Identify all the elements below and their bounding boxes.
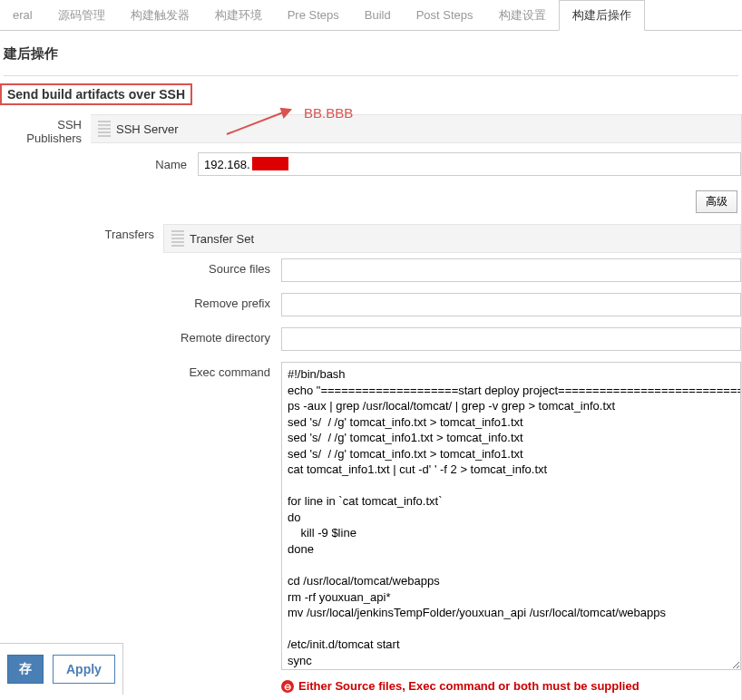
tab-settings[interactable]: 构建设置 bbox=[486, 1, 559, 30]
remove-prefix-label: Remove prefix bbox=[163, 293, 270, 310]
drag-handle-icon[interactable] bbox=[171, 230, 184, 247]
section-heading: 建后操作 bbox=[4, 31, 738, 76]
remote-dir-input[interactable] bbox=[281, 327, 741, 351]
help-text: All of the transfer fields (except for E… bbox=[281, 696, 741, 700]
error-icon: ⊖ bbox=[281, 680, 294, 693]
advanced-button-server[interactable]: 高级 bbox=[696, 190, 737, 213]
apply-button[interactable]: Apply bbox=[53, 655, 115, 684]
ssh-publishers-label: SSH Publishers bbox=[0, 114, 91, 700]
error-text: Either Source files, Exec command or bot… bbox=[298, 679, 639, 693]
exec-command-textarea[interactable] bbox=[281, 362, 741, 670]
tab-build[interactable]: Build bbox=[352, 2, 404, 28]
ssh-server-header: SSH Server bbox=[91, 114, 741, 143]
save-button[interactable]: 存 bbox=[7, 655, 44, 684]
transfers-label: Transfers bbox=[91, 224, 163, 700]
tab-triggers[interactable]: 构建触发器 bbox=[118, 1, 202, 30]
redacted-block bbox=[252, 157, 288, 170]
drag-handle-icon[interactable] bbox=[98, 121, 111, 137]
tab-general[interactable]: eral bbox=[0, 2, 45, 28]
tab-env[interactable]: 构建环境 bbox=[202, 1, 275, 30]
remote-dir-label: Remote directory bbox=[163, 327, 270, 345]
tab-poststeps[interactable]: Post Steps bbox=[404, 2, 486, 28]
footer-buttons: 存 Apply bbox=[0, 643, 123, 695]
ssh-publisher-title: Send build artifacts over SSH bbox=[0, 83, 192, 105]
source-files-label: Source files bbox=[163, 258, 270, 276]
transfer-set-label: Transfer Set bbox=[190, 232, 254, 246]
name-label: Name bbox=[107, 158, 187, 171]
tab-postbuild[interactable]: 构建后操作 bbox=[559, 0, 645, 31]
tab-scm[interactable]: 源码管理 bbox=[45, 1, 118, 30]
transfer-set-header: Transfer Set bbox=[163, 224, 741, 253]
source-files-input[interactable] bbox=[281, 258, 741, 282]
config-tabs: eral 源码管理 构建触发器 构建环境 Pre Steps Build Pos… bbox=[0, 0, 742, 31]
validation-error: ⊖ Either Source files, Exec command or b… bbox=[281, 676, 741, 696]
remove-prefix-input[interactable] bbox=[281, 293, 741, 316]
ssh-server-label: SSH Server bbox=[116, 122, 179, 136]
tab-presteps[interactable]: Pre Steps bbox=[275, 2, 352, 28]
exec-command-label: Exec command bbox=[163, 362, 270, 379]
